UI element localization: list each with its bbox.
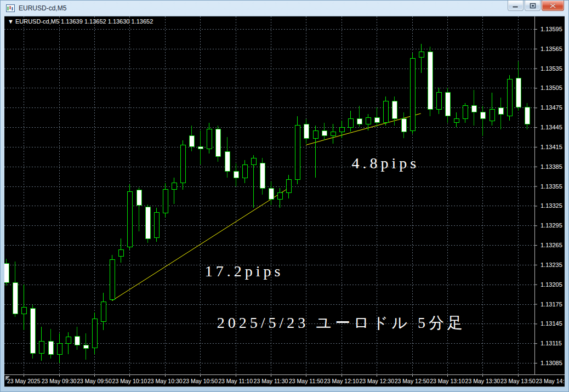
candle [374,107,379,127]
candle-body [339,127,344,132]
restore-icon [530,3,536,9]
price-tick-label: 1.13115 [540,340,562,346]
time-tick-label: 23 May 12:10 [324,378,359,384]
price-tick-label: 1.13235 [540,262,562,268]
candle-body [198,147,203,149]
price-tick-label: 1.13595 [540,26,562,32]
close-button[interactable] [542,1,564,11]
candle [110,255,115,301]
candle [21,285,26,331]
candle-body [498,107,503,114]
candle [83,333,88,360]
candle-body [260,163,265,188]
time-tick-label: 23 May 10:10 [112,378,147,384]
candle [436,88,441,114]
candle-body [445,93,450,116]
price-tick-label: 1.13385 [540,163,562,170]
candle [525,103,530,129]
time-tick-label: 23 May 12:30 [359,378,394,384]
candle-body [189,136,194,147]
candle-body [428,52,433,110]
candle [428,47,433,116]
candle [225,137,230,178]
candle-body [136,190,141,205]
window-titlebar[interactable]: EURUSD-cd,M5 [1,1,568,16]
candle [454,112,459,127]
price-tick-label: 1.13175 [540,301,562,308]
price-tick-label: 1.13085 [540,360,562,366]
candle-body [145,207,150,238]
candle [471,90,476,125]
candle [180,140,185,190]
time-tick-label: 23 May 13:30 [465,378,500,384]
candle-body [83,345,88,349]
candle-body [234,171,238,178]
chart-canvas[interactable]: 17.2pips4.8pips2025/5/23 ユーロドル 5分足1.1359… [4,16,565,387]
candle-body [525,107,530,124]
close-icon [549,3,556,9]
annotation-text[interactable]: 17.2pips [205,263,284,280]
candle-body [419,52,424,58]
candle [366,114,371,130]
time-tick-label: 23 May 11:50 [289,378,323,384]
candle [39,327,44,361]
candle-body [304,124,309,138]
candle [189,126,194,152]
ohlc-header: ▼ EURUSD-cd,M5 1.13639 1.13652 1.13630 1… [8,18,153,25]
candle-body [374,117,379,123]
candle [410,53,415,134]
candle [401,112,406,139]
minimize-button[interactable] [508,1,524,11]
candle [4,259,9,286]
candle-body [48,342,53,355]
candle [127,184,132,249]
candle [331,124,335,144]
candle [313,126,318,178]
price-tick-label: 1.13445 [540,124,562,130]
candle [304,119,309,144]
time-tick-label: 23 May 13:50 [500,378,536,384]
time-tick-label: 23 May 09:50 [77,378,112,384]
chart-frame: 17.2pips4.8pips2025/5/23 ユーロドル 5分足1.1359… [4,16,565,387]
time-tick-label: 23 May 10:50 [183,378,218,384]
annotation-text[interactable]: 2025/5/23 ユーロドル 5分足 [217,314,466,331]
restore-button[interactable] [525,1,540,11]
candle-body [215,129,220,157]
candle-body [30,309,35,353]
price-tick-label: 1.13325 [540,202,562,209]
minimize-icon [512,3,519,8]
candle [30,305,35,359]
candle [57,333,62,363]
candle-body [163,190,168,213]
candle [242,160,247,183]
annotation-text[interactable]: 4.8pips [351,155,419,172]
candle-body [516,78,521,107]
time-axis[interactable]: 23 May 202523 May 09:3023 May 09:5023 Ma… [7,374,565,384]
candle [480,106,485,136]
price-tick-label: 1.13295 [540,222,562,229]
price-tick-label: 1.13415 [540,144,562,150]
candle-body [277,193,282,200]
window-bottom-border [1,387,568,392]
time-tick-label: 23 May 11:10 [218,378,253,384]
candle-body [251,158,256,164]
candle-body [383,101,388,122]
price-tick-label: 1.13565 [540,46,562,52]
candle-body [110,259,115,299]
time-tick-label: 23 May 10:30 [147,378,183,384]
window-controls [508,1,564,11]
candle-body [410,59,415,130]
candle-body [286,180,291,193]
time-tick-label: 23 May 13:10 [430,378,465,384]
candle-body [269,188,274,199]
candle [251,155,256,208]
candle [13,262,18,317]
candle-body [39,342,44,353]
candle [295,116,300,184]
candle [75,327,79,350]
candle [286,175,291,198]
price-tick-label: 1.13355 [540,183,562,190]
candle [198,130,203,164]
price-axis[interactable]: 1.135951.135651.135351.135051.134751.134… [534,26,562,366]
candle-body [401,119,406,132]
